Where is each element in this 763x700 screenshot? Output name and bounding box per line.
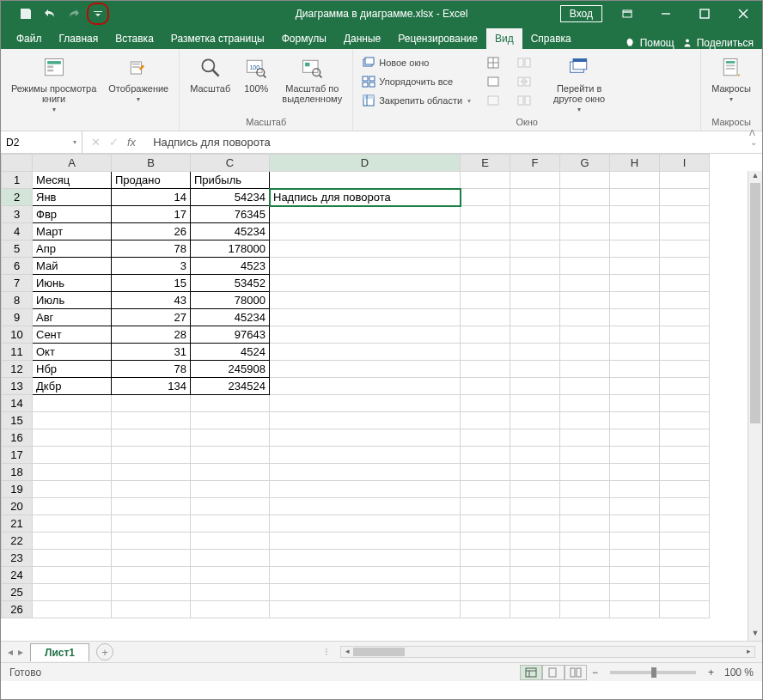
zoom-slider[interactable] (610, 671, 696, 674)
cell-A18[interactable] (33, 464, 112, 481)
row-header-6[interactable]: 6 (2, 258, 33, 275)
cell-G13[interactable] (560, 378, 610, 395)
row-header-9[interactable]: 9 (2, 309, 33, 326)
row-header-1[interactable]: 1 (2, 172, 33, 189)
cell-I7[interactable] (660, 275, 710, 292)
cell-F16[interactable] (510, 429, 560, 447)
row-header-23[interactable]: 23 (2, 550, 33, 567)
cell-A15[interactable] (33, 412, 112, 429)
cell-D8[interactable] (270, 292, 461, 309)
cell-C12[interactable]: 245908 (191, 361, 270, 378)
cell-D21[interactable] (270, 515, 461, 533)
cell-F12[interactable] (510, 361, 560, 378)
cell-I10[interactable] (660, 326, 710, 344)
cell-F21[interactable] (510, 515, 560, 533)
cell-A5[interactable]: Апр (33, 240, 112, 258)
row-header-24[interactable]: 24 (2, 567, 33, 584)
row-header-18[interactable]: 18 (2, 464, 33, 481)
cell-H7[interactable] (610, 275, 660, 292)
cell-D6[interactable] (270, 258, 461, 275)
cell-I5[interactable] (660, 240, 710, 258)
cell-H2[interactable] (610, 189, 660, 206)
zoom-button[interactable]: Масштаб (185, 52, 235, 95)
cell-C17[interactable] (191, 447, 270, 464)
minimize-icon[interactable] (646, 1, 685, 27)
cell-B17[interactable] (112, 447, 191, 464)
cell-C11[interactable]: 4524 (191, 344, 270, 361)
cell-H17[interactable] (610, 447, 660, 464)
cell-D12[interactable] (270, 361, 461, 378)
cell-B4[interactable]: 26 (112, 223, 191, 240)
cell-I2[interactable] (660, 189, 710, 206)
cell-H15[interactable] (610, 412, 660, 429)
row-header-22[interactable]: 22 (2, 533, 33, 550)
cell-D18[interactable] (270, 464, 461, 481)
cell-F10[interactable] (510, 326, 560, 344)
row-header-16[interactable]: 16 (2, 429, 33, 447)
cell-A8[interactable]: Июль (33, 292, 112, 309)
cell-A12[interactable]: Нбр (33, 361, 112, 378)
cell-B10[interactable]: 28 (112, 326, 191, 344)
cell-E9[interactable] (461, 309, 510, 326)
tab-help[interactable]: Справка (522, 28, 580, 49)
cell-C3[interactable]: 76345 (191, 206, 270, 223)
cell-G7[interactable] (560, 275, 610, 292)
cell-D24[interactable] (270, 567, 461, 584)
cell-F26[interactable] (510, 601, 560, 618)
cell-H23[interactable] (610, 550, 660, 567)
expand-formula-icon[interactable]: ⌄ (745, 137, 762, 147)
customize-qat-icon[interactable] (87, 3, 109, 25)
close-icon[interactable] (723, 1, 762, 27)
cell-A14[interactable] (33, 395, 112, 412)
cell-A1[interactable]: Месяц (33, 172, 112, 189)
cell-I24[interactable] (660, 567, 710, 584)
row-header-20[interactable]: 20 (2, 498, 33, 515)
cell-B3[interactable]: 17 (112, 206, 191, 223)
scroll-right-icon[interactable]: ▸ (742, 647, 754, 657)
cell-E25[interactable] (461, 584, 510, 601)
cell-B15[interactable] (112, 412, 191, 429)
cell-B25[interactable] (112, 584, 191, 601)
scroll-left-icon[interactable]: ◂ (341, 647, 353, 657)
collapse-ribbon-icon[interactable]: ᐱ (749, 128, 755, 137)
col-header-H[interactable]: H (610, 155, 660, 172)
cell-C19[interactable] (191, 481, 270, 498)
cell-B20[interactable] (112, 498, 191, 515)
cell-G4[interactable] (560, 223, 610, 240)
cell-E12[interactable] (461, 361, 510, 378)
vertical-scrollbar[interactable]: ▲ ▼ (748, 171, 762, 641)
cell-F11[interactable] (510, 344, 560, 361)
view-side-by-side-button[interactable] (514, 54, 534, 71)
tab-insert[interactable]: Вставка (107, 28, 162, 49)
cell-E4[interactable] (461, 223, 510, 240)
cell-A24[interactable] (33, 567, 112, 584)
cell-G8[interactable] (560, 292, 610, 309)
cell-C22[interactable] (191, 533, 270, 550)
row-header-8[interactable]: 8 (2, 292, 33, 309)
cell-H26[interactable] (610, 601, 660, 618)
cell-I20[interactable] (660, 498, 710, 515)
cell-D4[interactable] (270, 223, 461, 240)
cell-E19[interactable] (461, 481, 510, 498)
ribbon-display-icon[interactable] (607, 1, 646, 27)
cell-A10[interactable]: Сент (33, 326, 112, 344)
cell-C7[interactable]: 53452 (191, 275, 270, 292)
row-header-21[interactable]: 21 (2, 515, 33, 533)
cell-F4[interactable] (510, 223, 560, 240)
scroll-up-icon[interactable]: ▲ (748, 171, 762, 183)
cell-B5[interactable]: 78 (112, 240, 191, 258)
cell-E17[interactable] (461, 447, 510, 464)
cell-F9[interactable] (510, 309, 560, 326)
cell-G14[interactable] (560, 395, 610, 412)
tab-file[interactable]: Файл (8, 28, 51, 49)
cell-B16[interactable] (112, 429, 191, 447)
fx-icon[interactable]: fx (127, 136, 136, 149)
cell-E22[interactable] (461, 533, 510, 550)
cell-F7[interactable] (510, 275, 560, 292)
cell-D19[interactable] (270, 481, 461, 498)
cell-C2[interactable]: 54234 (191, 189, 270, 206)
cell-C23[interactable] (191, 550, 270, 567)
reset-window-button[interactable] (514, 92, 534, 109)
cell-I12[interactable] (660, 361, 710, 378)
zoom-in-button[interactable]: + (703, 667, 719, 679)
